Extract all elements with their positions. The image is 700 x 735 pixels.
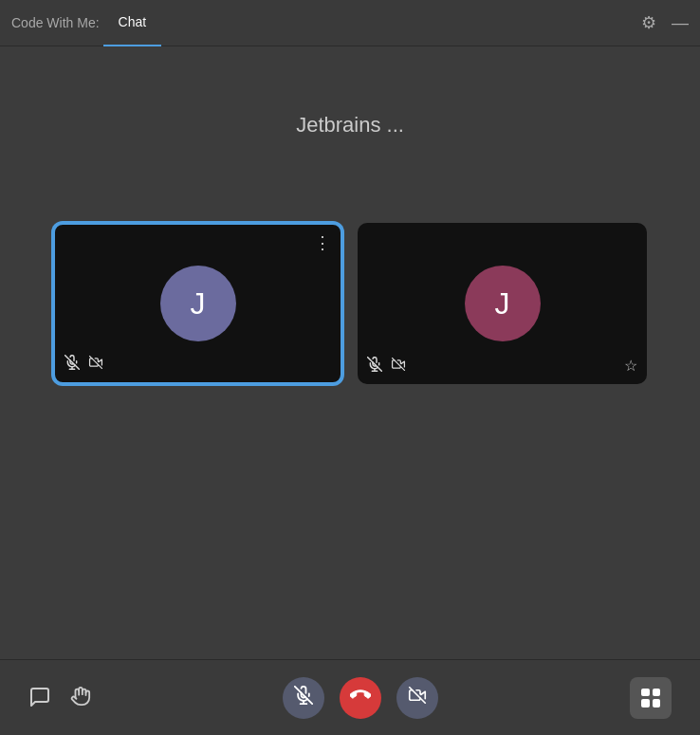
mute-button[interactable] [283, 677, 324, 719]
chat-button[interactable] [28, 686, 51, 710]
tile-2-mute-icons [367, 357, 407, 375]
toolbar-center [283, 677, 438, 719]
titlebar: Code With Me: Chat ⚙ — [0, 0, 700, 46]
tab-chat[interactable]: Chat [103, 0, 162, 46]
tile-1-mute-icons [64, 355, 104, 373]
gear-icon[interactable]: ⚙ [641, 12, 656, 33]
end-call-button[interactable] [340, 677, 381, 719]
grid-icon [641, 689, 660, 707]
grid-view-button[interactable] [630, 677, 672, 719]
avatar-2: J [465, 266, 541, 341]
camera-off-button[interactable] [396, 677, 438, 719]
camera-off-icon [407, 687, 428, 708]
video-grid: J ⋮ [53, 223, 647, 384]
titlebar-right: ⚙ — [641, 12, 689, 33]
mic-muted-icon-2 [367, 357, 382, 375]
cam-muted-icon-1 [87, 356, 104, 372]
raise-hand-button[interactable] [70, 685, 91, 711]
avatar-1: J [160, 266, 236, 341]
end-call-icon [350, 685, 371, 710]
bottom-toolbar [0, 659, 700, 735]
toolbar-left [28, 685, 91, 711]
toolbar-right [630, 677, 672, 719]
star-icon-2[interactable]: ☆ [624, 358, 637, 374]
titlebar-left: Code With Me: Chat [11, 0, 161, 46]
tile-menu-button-1[interactable]: ⋮ [314, 234, 331, 251]
session-title: Jetbrains ... [296, 113, 404, 138]
mic-muted-icon-1 [64, 355, 80, 373]
video-tile-2: J [358, 223, 647, 384]
video-tile-1: J ⋮ [53, 223, 342, 384]
tile-2-star[interactable]: ☆ [624, 357, 637, 375]
app-title: Code With Me: [11, 15, 100, 30]
mic-muted-icon-toolbar [294, 686, 313, 709]
main-content: Jetbrains ... J ⋮ [0, 46, 700, 659]
cam-muted-icon-2 [390, 358, 407, 374]
minimize-icon[interactable]: — [672, 13, 689, 33]
